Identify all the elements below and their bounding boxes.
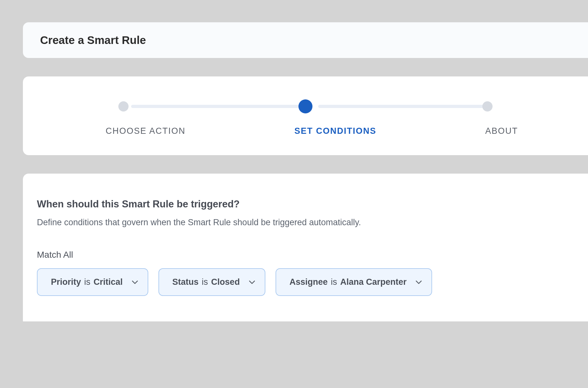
stepper-label: ABOUT bbox=[485, 126, 518, 136]
chevron-down-icon bbox=[132, 280, 138, 284]
condition-value: Critical bbox=[94, 277, 123, 287]
content-heading: When should this Smart Rule be triggered… bbox=[37, 198, 574, 210]
condition-value: Closed bbox=[211, 277, 240, 287]
page-title: Create a Smart Rule bbox=[40, 34, 588, 47]
stepper-dot-set-conditions[interactable] bbox=[298, 99, 312, 113]
content-subheading: Define conditions that govern when the S… bbox=[37, 218, 574, 227]
condition-operator: is bbox=[84, 277, 91, 287]
stepper-label: SET CONDITIONS bbox=[294, 126, 376, 136]
stepper-track bbox=[118, 99, 493, 113]
condition-assignee[interactable]: Assignee is Alana Carpenter bbox=[276, 268, 432, 296]
condition-field: Status bbox=[172, 277, 199, 287]
stepper-step-about[interactable]: ABOUT bbox=[485, 126, 518, 136]
stepper-dot-about[interactable] bbox=[482, 101, 493, 111]
stepper-step-choose-action[interactable]: CHOOSE ACTION bbox=[106, 126, 186, 136]
condition-field: Priority bbox=[51, 277, 81, 287]
stepper-line bbox=[318, 105, 486, 108]
header-card: Create a Smart Rule bbox=[23, 22, 588, 58]
stepper-line bbox=[131, 105, 299, 108]
stepper-labels: CHOOSE ACTION SET CONDITIONS ABOUT bbox=[106, 126, 518, 136]
chevron-down-icon bbox=[249, 280, 255, 284]
conditions-row: Priority is Critical Status is Closed As… bbox=[37, 268, 574, 296]
match-all-label: Match All bbox=[37, 250, 574, 260]
page: Create a Smart Rule CHOOSE ACTION SET CO… bbox=[0, 22, 588, 388]
condition-status[interactable]: Status is Closed bbox=[158, 268, 265, 296]
stepper-dot-choose-action[interactable] bbox=[118, 101, 129, 111]
content-card: When should this Smart Rule be triggered… bbox=[23, 174, 588, 321]
condition-priority[interactable]: Priority is Critical bbox=[37, 268, 148, 296]
condition-operator: is bbox=[331, 277, 337, 287]
stepper-label: CHOOSE ACTION bbox=[106, 126, 186, 136]
condition-field: Assignee bbox=[290, 277, 328, 287]
condition-value: Alana Carpenter bbox=[340, 277, 407, 287]
stepper-card: CHOOSE ACTION SET CONDITIONS ABOUT bbox=[23, 76, 588, 155]
chevron-down-icon bbox=[416, 280, 422, 284]
condition-operator: is bbox=[202, 277, 208, 287]
stepper-step-set-conditions[interactable]: SET CONDITIONS bbox=[294, 126, 376, 136]
